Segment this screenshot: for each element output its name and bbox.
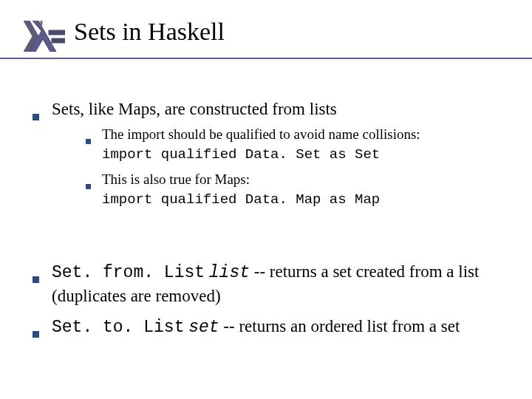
square-bullet-icon [86, 139, 91, 144]
bullet-level1: Sets, like Maps, are constructed from li… [33, 98, 499, 216]
square-bullet-icon [33, 276, 39, 283]
bullet-level1: Set. from. List list -- returns a set cr… [33, 260, 499, 307]
bullet-level2: This is also true for Maps: import quali… [86, 170, 499, 209]
square-bullet-icon [86, 184, 91, 189]
bullet-level2: The import should be qualified to avoid … [86, 125, 499, 164]
bullet-level1: Set. to. List set -- returns an ordered … [33, 315, 499, 344]
code-argument: set [188, 318, 219, 337]
header-divider [0, 58, 532, 59]
sub-bullet-text: This is also true for Maps: [102, 171, 250, 187]
sub-bullet-text: The import should be qualified to avoid … [102, 126, 420, 142]
slide-header: Sets in Haskell [0, 0, 532, 77]
slide-body: Sets, like Maps, are constructed from li… [0, 77, 532, 344]
code-snippet: Set. from. List [52, 263, 205, 282]
code-snippet: import qualified Data. Set as Set [102, 146, 380, 163]
svg-rect-3 [52, 38, 65, 43]
code-snippet: import qualified Data. Map as Map [102, 191, 380, 208]
bullet-text: Sets, like Maps, are constructed from li… [52, 100, 337, 118]
haskell-logo-icon [24, 21, 65, 52]
code-argument: list [209, 263, 250, 282]
square-bullet-icon [33, 331, 39, 338]
code-snippet: Set. to. List [52, 318, 184, 337]
square-bullet-icon [33, 114, 39, 120]
bullet-text: -- returns an ordered list from a set [219, 317, 460, 335]
svg-rect-2 [49, 30, 65, 35]
slide-title: Sets in Haskell [74, 18, 532, 46]
